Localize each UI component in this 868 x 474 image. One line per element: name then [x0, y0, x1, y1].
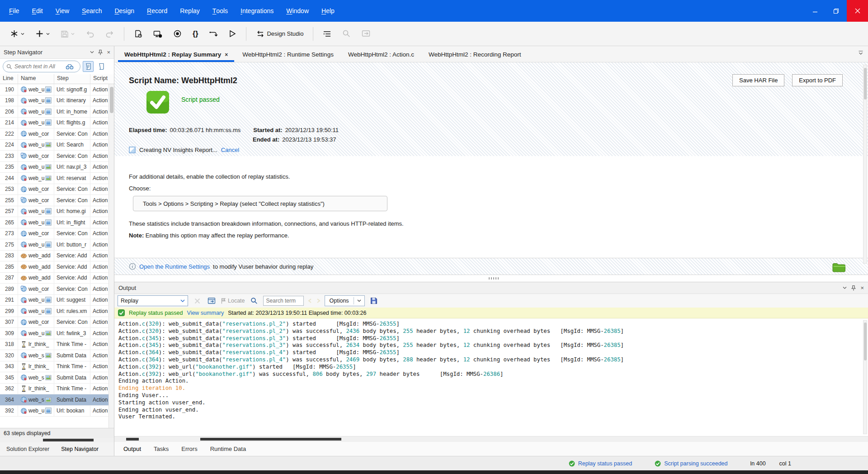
- save-har-button[interactable]: Save HAR File: [732, 74, 784, 86]
- step-row-255[interactable]: 255web_corService: ConAction: [0, 195, 114, 206]
- binoculars-icon[interactable]: [66, 64, 74, 70]
- nv-report-folder-icon[interactable]: [832, 261, 846, 273]
- step-row-318[interactable]: 318lr_think_Think Time -Action: [0, 339, 114, 351]
- menu-file[interactable]: File: [3, 0, 26, 22]
- output-tab-output[interactable]: Output: [123, 446, 141, 452]
- step-row-345[interactable]: 345web_sSubmit DataAction: [0, 372, 114, 384]
- save-output-button[interactable]: [368, 295, 379, 306]
- horizontal-splitter[interactable]: [114, 275, 868, 282]
- record-options-button[interactable]: [148, 25, 168, 43]
- menu-integrations[interactable]: Integrations: [234, 0, 280, 22]
- design-studio-button[interactable]: Design Studio: [250, 25, 309, 43]
- step-row-320[interactable]: 320web_sSubmit DataAction: [0, 350, 114, 361]
- menu-replay[interactable]: Replay: [174, 0, 206, 22]
- menu-tools[interactable]: Tools: [206, 0, 234, 22]
- step-row-309[interactable]: 309web_uUrl: fwlink_3Action: [0, 328, 114, 339]
- step-row-285[interactable]: 285web_addService: AddAction: [0, 261, 114, 273]
- minimize-button[interactable]: [804, 0, 826, 22]
- new-script-button[interactable]: [5, 25, 30, 43]
- parsing-status-indicator[interactable]: Script parsing succeeded: [655, 460, 727, 467]
- step-list-button[interactable]: [317, 25, 337, 43]
- step-row-299[interactable]: 299web_uUrl: rules.xmAction: [0, 306, 114, 317]
- step-row-222[interactable]: 222web_corService: ConAction: [0, 128, 114, 140]
- step-row-275[interactable]: 275web_uUrl: button_rAction: [0, 239, 114, 251]
- undo-button[interactable]: [80, 25, 100, 43]
- step-row-392[interactable]: 392web_uUrl: bookanAction: [0, 406, 114, 417]
- step-row-289[interactable]: 289web_corService: ConAction: [0, 284, 114, 295]
- output-options-button[interactable]: Options: [325, 295, 365, 306]
- panel-menu-chevron-icon[interactable]: [90, 51, 94, 54]
- panel-tab-solution-explorer[interactable]: Solution Explorer: [6, 446, 49, 452]
- step-row-235[interactable]: 235web_uUrl: nav.pl_3Action: [0, 162, 114, 173]
- show-script-toggle[interactable]: [96, 61, 107, 72]
- menu-window[interactable]: Window: [280, 0, 315, 22]
- step-row-265[interactable]: 265web_uUrl: in_flightAction: [0, 217, 114, 228]
- export-pdf-button[interactable]: Export to PDF: [792, 74, 843, 86]
- step-row-253[interactable]: 253web_corService: ConAction: [0, 184, 114, 195]
- run-to-step-button[interactable]: [203, 25, 223, 43]
- output-filter-select[interactable]: Replay: [118, 295, 188, 306]
- column-header-step[interactable]: Step: [54, 74, 90, 84]
- clear-output-button[interactable]: [192, 295, 203, 306]
- doc-tab-3[interactable]: WebHttpHtml2 : Recording Report: [421, 47, 528, 62]
- panel-menu-chevron-icon[interactable]: [843, 286, 847, 289]
- step-row-257[interactable]: 257web_uUrl: home.giAction: [0, 206, 114, 218]
- output-vscrollbar[interactable]: [863, 320, 867, 434]
- output-search-input[interactable]: [263, 296, 304, 306]
- save-button[interactable]: [55, 25, 80, 43]
- step-row-362[interactable]: 362lr_think_Think Time -Action: [0, 384, 114, 395]
- next-result-icon[interactable]: [316, 298, 321, 303]
- step-row-291[interactable]: 291web_uUrl: suggestAction: [0, 295, 114, 306]
- step-row-214[interactable]: 214web_uUrl: flights.gAction: [0, 118, 114, 129]
- locate-button[interactable]: Locate: [221, 298, 245, 304]
- step-row-224[interactable]: 224web_uUrl: SearchAction: [0, 140, 114, 151]
- open-in-window-button[interactable]: [206, 295, 217, 306]
- view-summary-link[interactable]: View summary: [187, 310, 224, 316]
- panel-close-icon[interactable]: ×: [107, 49, 110, 56]
- close-button[interactable]: [847, 0, 868, 22]
- replay-status-indicator[interactable]: Replay status passed: [569, 460, 632, 467]
- step-search-input[interactable]: [14, 63, 63, 70]
- summary-scrollbar[interactable]: [863, 65, 867, 264]
- step-search-box[interactable]: [3, 61, 80, 72]
- snapshot-braces-button[interactable]: {}: [187, 25, 203, 43]
- panel-close-icon[interactable]: ×: [860, 284, 864, 291]
- menu-view[interactable]: View: [49, 0, 75, 22]
- step-table-header[interactable]: LineNameStepScript: [0, 74, 114, 84]
- show-steps-toggle[interactable]: [83, 61, 94, 72]
- regenerate-script-button[interactable]: [128, 25, 148, 43]
- step-row-244[interactable]: 244web_uUrl: reservatAction: [0, 173, 114, 184]
- prev-result-icon[interactable]: [307, 298, 312, 303]
- output-tab-errors[interactable]: Errors: [181, 446, 197, 452]
- column-header-script[interactable]: Script: [90, 74, 109, 84]
- show-snapshot-button[interactable]: [356, 25, 376, 43]
- step-row-273[interactable]: 273web_corService: ConAction: [0, 228, 114, 240]
- pin-icon[interactable]: [98, 49, 103, 55]
- step-row-364[interactable]: 364web_sSubmit DataAction: [0, 394, 114, 406]
- doc-tab-2[interactable]: WebHttpHtml2 : Action.c: [341, 47, 421, 62]
- tab-list-icon[interactable]: [858, 51, 863, 55]
- doc-tab-1[interactable]: WebHttpHtml2 : Runtime Settings: [235, 47, 341, 62]
- output-search-button[interactable]: [249, 295, 259, 306]
- pin-icon[interactable]: [851, 285, 856, 291]
- step-row-283[interactable]: 283web_addService: AddAction: [0, 251, 114, 262]
- step-row-287[interactable]: 287web_addService: AddAction: [0, 273, 114, 284]
- doc-tab-0[interactable]: WebHttpHtml2 : Replay Summary×: [117, 47, 235, 62]
- menu-search[interactable]: Search: [75, 0, 108, 22]
- menu-edit[interactable]: Edit: [26, 0, 49, 22]
- tab-close-icon[interactable]: ×: [225, 52, 228, 58]
- menu-help[interactable]: Help: [315, 0, 341, 22]
- step-row-190[interactable]: 190web_uUrl: signoff.gAction: [0, 84, 114, 95]
- redo-button[interactable]: [100, 25, 120, 43]
- restore-button[interactable]: [826, 0, 847, 22]
- record-button[interactable]: [168, 25, 187, 43]
- menu-design[interactable]: Design: [108, 0, 141, 22]
- search-steps-button[interactable]: [337, 25, 356, 43]
- step-row-307[interactable]: 307web_corService: ConAction: [0, 317, 114, 328]
- output-tab-tasks[interactable]: Tasks: [154, 446, 169, 452]
- step-table-hscrollbar[interactable]: [0, 438, 114, 442]
- panel-tab-step-navigator[interactable]: Step Navigator: [61, 446, 99, 452]
- step-table-vscrollbar[interactable]: [108, 84, 114, 428]
- menu-record[interactable]: Record: [141, 0, 174, 22]
- output-tab-runtime-data[interactable]: Runtime Data: [210, 446, 246, 452]
